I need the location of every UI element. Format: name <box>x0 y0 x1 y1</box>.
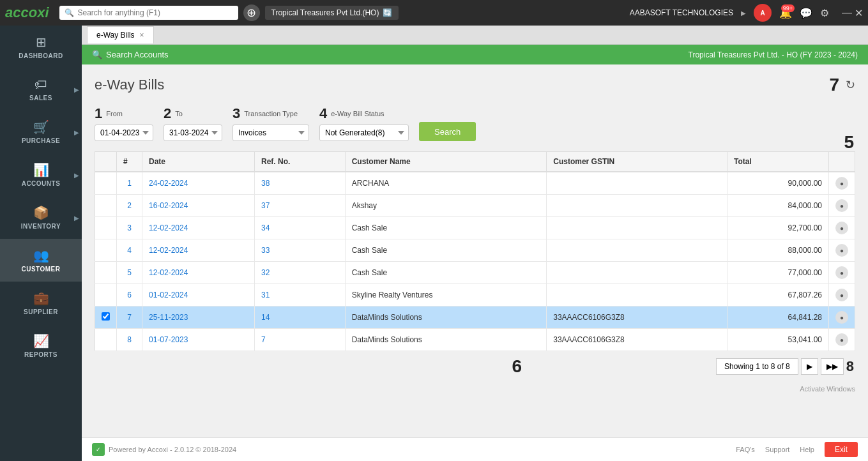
sidebar-item-accounts[interactable]: 📊 ACCOUNTS ▶ <box>0 153 82 196</box>
row-gstin <box>547 239 727 262</box>
search-accounts-label: Search Accounts <box>106 50 169 59</box>
row-action[interactable]: ● <box>829 329 855 351</box>
table-row[interactable]: 512-02-202432Cash Sale77,000.00● <box>95 262 855 284</box>
accoxi-powered-logo: ✓ <box>92 443 105 456</box>
minimize-button[interactable]: — <box>842 7 852 19</box>
row-number: 1 <box>117 172 142 195</box>
row-action[interactable]: ● <box>829 262 855 284</box>
col-checkbox <box>95 152 117 172</box>
from-date-select[interactable]: 01-04-2023 <box>95 125 153 141</box>
col-actions <box>829 152 855 172</box>
purchase-expand-icon: ▶ <box>74 128 79 135</box>
row-date: 12-02-2024 <box>142 239 255 262</box>
row-number: 2 <box>117 195 142 217</box>
row-date: 12-02-2024 <box>142 262 255 284</box>
row-action[interactable]: ● <box>829 172 855 195</box>
row-ref: 31 <box>254 284 345 306</box>
sidebar-item-purchase[interactable]: 🛒 PURCHASE ▶ <box>0 110 82 153</box>
sidebar-label-supplier: SUPPLIER <box>24 308 58 315</box>
global-search-input[interactable] <box>78 8 233 17</box>
row-date: 01-07-2023 <box>142 329 255 351</box>
row-menu-button[interactable]: ● <box>835 177 848 190</box>
row-action[interactable]: ● <box>829 306 855 329</box>
row-checkbox[interactable] <box>102 312 110 321</box>
sidebar-item-sales[interactable]: 🏷 SALES ▶ <box>0 68 82 110</box>
company-full-name: Tropical Treasures Pvt Ltd. - HO (FY 202… <box>689 50 858 59</box>
pagination-last-button[interactable]: ▶▶ <box>821 358 844 375</box>
row-menu-button[interactable]: ● <box>835 311 848 324</box>
row-number: 8 <box>117 329 142 351</box>
transaction-type-label: Transaction Type <box>244 110 298 117</box>
sidebar-label-sales: SALES <box>29 94 52 102</box>
table-row[interactable]: 801-07-20237DataMinds Solutions33AAACC61… <box>95 329 855 351</box>
activate-windows-text: Activate Windows <box>800 385 855 393</box>
row-menu-button[interactable]: ● <box>835 199 848 212</box>
row-ref: 14 <box>254 306 345 329</box>
sidebar-item-dashboard[interactable]: ⊞ DASHBOARD <box>0 26 82 68</box>
annotation-4: 4 <box>319 105 327 122</box>
sidebar-item-reports[interactable]: 📈 REPORTS <box>0 324 82 367</box>
row-customer-name: Akshay <box>345 195 547 217</box>
search-icon: 🔍 <box>65 8 74 17</box>
faq-link[interactable]: FAQ's <box>736 446 755 453</box>
row-gstin <box>547 172 727 195</box>
content-area: e-Way Bills × 🔍 Search Accounts Tropical… <box>82 26 868 461</box>
app-logo: accoxi <box>5 4 49 21</box>
row-menu-button[interactable]: ● <box>835 333 848 346</box>
table-row[interactable]: 216-02-202437Akshay84,000.00● <box>95 195 855 217</box>
filters-row: 1 From 01-04-2023 2 To 31-03-2024 <box>95 105 855 141</box>
table-row[interactable]: 312-02-202434Cash Sale92,700.00● <box>95 217 855 239</box>
row-gstin: 33AAACC6106G3Z8 <box>547 329 727 351</box>
top-bar: accoxi 🔍 ⊕ Tropical Treasures Pvt Ltd.(H… <box>0 0 868 26</box>
table-row[interactable]: 412-02-202433Cash Sale88,000.00● <box>95 239 855 262</box>
status-select[interactable]: Not Generated(8) Generated All <box>319 125 409 141</box>
help-link[interactable]: Help <box>800 446 814 453</box>
top-right-controls: AABASOFT TECHNOLOGIES ▶ A 🔔 99+ 💬 ⚙ — ✕ <box>630 4 863 22</box>
tab-close-button[interactable]: × <box>140 31 144 40</box>
sidebar-item-inventory[interactable]: 📦 INVENTORY ▶ <box>0 196 82 239</box>
to-date-select[interactable]: 31-03-2024 <box>164 125 222 141</box>
col-hash: # <box>117 152 142 172</box>
table-row[interactable]: 124-02-202438ARCHANA90,000.00● <box>95 172 855 195</box>
exit-button[interactable]: Exit <box>825 442 858 457</box>
row-action[interactable]: ● <box>829 284 855 306</box>
global-search-bar[interactable]: 🔍 <box>59 6 238 20</box>
row-action[interactable]: ● <box>829 217 855 239</box>
tab-eway-bills[interactable]: e-Way Bills × <box>87 26 154 43</box>
company-selector[interactable]: Tropical Treasures Pvt Ltd.(HO) 🔄 <box>265 6 399 20</box>
row-customer-name: Cash Sale <box>345 217 547 239</box>
settings-icon[interactable]: ⚙ <box>820 7 829 19</box>
annotation-1: 1 <box>95 105 102 122</box>
search-button[interactable]: Search <box>419 122 476 141</box>
green-header: 🔍 Search Accounts Tropical Treasures Pvt… <box>82 45 868 64</box>
row-action[interactable]: ● <box>829 195 855 217</box>
row-menu-button[interactable]: ● <box>835 244 848 257</box>
chat-icon[interactable]: 💬 <box>800 7 812 19</box>
page-title-row: e-Way Bills 7 ↻ <box>95 75 855 95</box>
row-menu-button[interactable]: ● <box>835 266 848 279</box>
search-accounts-btn[interactable]: 🔍 Search Accounts <box>92 50 169 59</box>
row-menu-button[interactable]: ● <box>835 289 848 301</box>
support-link[interactable]: Support <box>765 446 790 453</box>
row-action[interactable]: ● <box>829 239 855 262</box>
sidebar-label-inventory: INVENTORY <box>21 223 61 230</box>
expand-icon[interactable]: ▶ <box>741 10 746 17</box>
table-row[interactable]: 725-11-202314DataMinds Solutions33AAACC6… <box>95 306 855 329</box>
refresh-button[interactable]: ↻ <box>846 78 855 92</box>
table-header-row: # Date Ref. No. Customer Name Customer G… <box>95 152 855 172</box>
row-menu-button[interactable]: ● <box>835 222 848 234</box>
sidebar-item-customer[interactable]: 👥 CUSTOMER <box>0 239 82 282</box>
add-button[interactable]: ⊕ <box>243 4 260 21</box>
pagination-next-button[interactable]: ▶ <box>801 358 818 375</box>
notification-wrapper: 🔔 99+ <box>779 7 792 19</box>
sales-expand-icon: ▶ <box>74 86 79 93</box>
close-button[interactable]: ✕ <box>855 7 863 19</box>
transaction-type-select[interactable]: Invoices Credit Notes Debit Notes <box>232 125 309 141</box>
table-row[interactable]: 601-02-202431Skyline Realty Ventures67,8… <box>95 284 855 306</box>
page-title: e-Way Bills <box>95 77 164 93</box>
row-total: 84,000.00 <box>727 195 829 217</box>
sidebar-item-supplier[interactable]: 💼 SUPPLIER <box>0 282 82 324</box>
annotation-8: 8 <box>846 358 854 375</box>
row-total: 64,841.28 <box>727 306 829 329</box>
powered-by: ✓ Powered by Accoxi - 2.0.12 © 2018-2024 <box>92 443 236 456</box>
